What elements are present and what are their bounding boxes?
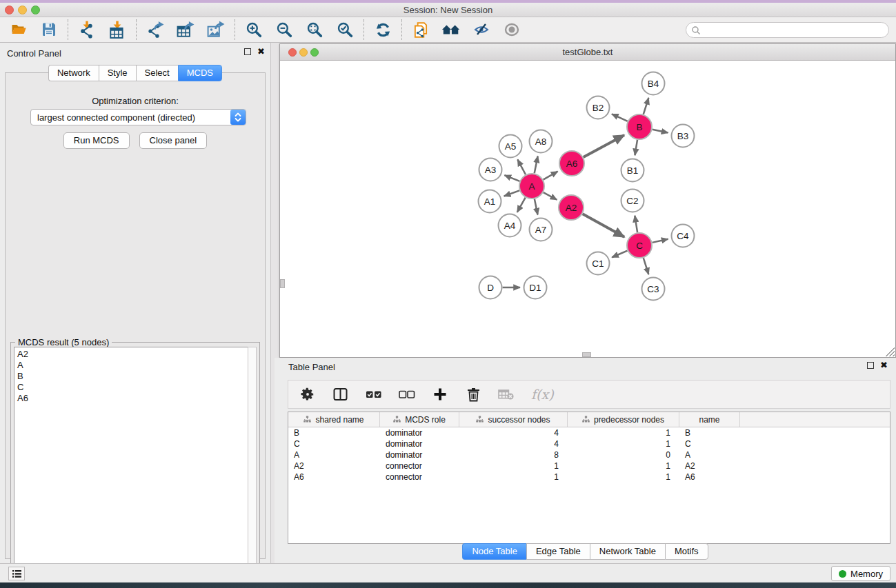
cell-predecessor-nodes[interactable]: 1 [568,439,679,449]
column-header-name[interactable]: name [679,412,740,427]
network-canvas[interactable]: B4B2BB3A8A5A6A3B1AC2A1A2A4A7C4CC1C3DD1 [280,61,895,357]
node-D1[interactable]: D1 [524,276,547,299]
node-A[interactable]: A [519,174,544,199]
table-row[interactable]: Adominator80A [288,449,890,460]
cell-MCDS-role[interactable]: connector [380,472,459,482]
cell-name[interactable]: B [679,428,740,438]
column-header-MCDS-role[interactable]: MCDS role [380,412,459,427]
cell-successor-nodes[interactable]: 1 [459,472,568,482]
edge-A-A3[interactable] [504,175,519,181]
zoom-in-icon[interactable] [244,20,263,39]
tab-select[interactable]: Select [136,65,178,81]
result-item[interactable]: A6 [17,393,248,404]
refresh-view-icon[interactable] [373,20,392,39]
node-A4[interactable]: A4 [499,214,521,237]
table-row[interactable]: A2connector11A2 [288,460,890,472]
edge-C-C2[interactable] [635,216,637,232]
export-image-icon[interactable] [206,20,226,39]
export-table-icon[interactable] [176,20,195,39]
delete-column-icon[interactable] [465,386,481,403]
node-D[interactable]: D [479,276,502,299]
first-neighbors-icon[interactable] [441,20,461,39]
cell-predecessor-nodes[interactable]: 1 [568,472,679,482]
zoom-out-icon[interactable] [275,20,294,39]
zoom-selected-icon[interactable] [335,20,355,39]
table-row[interactable]: Cdominator41C [288,438,890,449]
edge-A-A6[interactable] [544,172,558,180]
node-A7[interactable]: A7 [530,219,552,241]
import-table-icon[interactable] [108,20,127,39]
cell-name[interactable]: A6 [679,472,740,482]
tab-network-table[interactable]: Network Table [590,543,665,560]
table-row[interactable]: A6connector11A6 [288,472,890,483]
node-C1[interactable]: C1 [587,252,610,275]
edge-A-A8[interactable] [535,156,538,174]
node-C[interactable]: C [627,233,652,258]
cell-predecessor-nodes[interactable]: 1 [568,461,679,471]
column-header-predecessor-nodes[interactable]: predecessor nodes [568,412,679,427]
show-all-icon[interactable] [502,20,521,39]
network-graph[interactable]: B4B2BB3A8A5A6A3B1AC2A1A2A4A7C4CC1C3DD1 [280,61,895,357]
tab-style[interactable]: Style [99,65,136,81]
edge-A2-C[interactable] [583,214,625,237]
result-item[interactable]: A [17,360,248,371]
criterion-dropdown[interactable]: largest connected component (directed) [30,109,246,125]
node-A6[interactable]: A6 [559,151,584,176]
node-A3[interactable]: A3 [479,159,502,181]
cell-shared-name[interactable]: A [288,450,380,460]
table-settings-icon[interactable] [299,386,316,403]
horizontal-scrollbar-stub[interactable] [582,352,591,357]
memory-button[interactable]: Memory [831,566,890,581]
cell-predecessor-nodes[interactable]: 0 [568,450,679,460]
node-C3[interactable]: C3 [642,278,665,301]
search-box[interactable] [686,22,889,38]
open-file-icon[interactable] [9,20,28,39]
edge-B-B3[interactable] [653,130,668,133]
result-item[interactable]: B [17,371,248,382]
cell-MCDS-role[interactable]: dominator [380,450,459,460]
edge-A-A1[interactable] [504,190,519,196]
node-B4[interactable]: B4 [642,72,665,95]
select-all-columns-icon[interactable] [366,386,382,403]
edge-A-A2[interactable] [544,192,557,200]
edge-C-C4[interactable] [653,239,668,243]
node-A1[interactable]: A1 [479,190,501,213]
close-table-panel-icon[interactable]: ✖ [880,362,888,369]
node-B1[interactable]: B1 [621,159,644,182]
column-header-successor-nodes[interactable]: successor nodes [459,412,568,427]
float-table-panel-icon[interactable] [867,362,874,369]
close-panel-button[interactable]: Close panel [139,132,208,149]
cell-MCDS-role[interactable]: connector [380,461,459,471]
tab-mcds[interactable]: MCDS [178,65,222,81]
edge-A-A4[interactable] [517,198,526,212]
import-network-icon[interactable] [77,20,97,39]
cell-MCDS-role[interactable]: dominator [380,428,459,438]
tab-node-table[interactable]: Node Table [462,543,526,560]
node-B[interactable]: B [627,114,652,139]
edge-A-A7[interactable] [535,199,538,215]
cell-predecessor-nodes[interactable]: 1 [568,428,679,438]
close-panel-icon[interactable]: ✖ [257,48,265,55]
node-B2[interactable]: B2 [587,97,610,119]
cell-name[interactable]: A2 [679,461,740,471]
cell-successor-nodes[interactable]: 4 [459,439,568,449]
result-item[interactable]: C [17,382,248,393]
column-header-shared-name[interactable]: shared name [288,412,380,427]
edge-A-A5[interactable] [517,159,526,174]
resize-grip-icon[interactable] [886,347,895,356]
cell-successor-nodes[interactable]: 1 [459,461,568,471]
node-A8[interactable]: A8 [530,130,552,153]
node-C2[interactable]: C2 [621,190,644,212]
edge-B-B1[interactable] [635,140,637,156]
cell-shared-name[interactable]: A6 [288,472,380,482]
edge-A6-B[interactable] [584,135,624,157]
edge-C-C1[interactable] [612,251,627,258]
add-column-icon[interactable] [432,386,448,403]
cell-shared-name[interactable]: A2 [288,461,380,471]
cell-shared-name[interactable]: C [288,439,380,449]
table-row[interactable]: Bdominator41B [288,427,890,438]
cell-successor-nodes[interactable]: 8 [459,450,568,460]
float-panel-icon[interactable] [244,48,251,55]
edge-B-B4[interactable] [644,98,649,114]
new-network-from-selection-icon[interactable] [411,20,430,39]
